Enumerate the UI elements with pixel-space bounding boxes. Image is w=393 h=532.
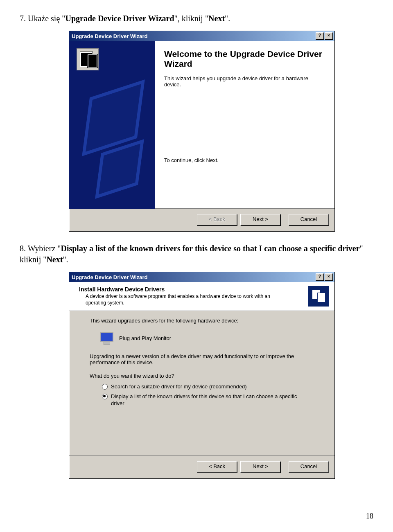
device-name: Plug and Play Monitor [119, 335, 171, 341]
wizard-2-line2: Upgrading to a newer version of a device… [90, 353, 322, 365]
wizard-continue-text: To continue, click Next. [164, 157, 325, 163]
cancel-button[interactable]: Cancel [289, 214, 329, 225]
wizard-2-question: What do you want the wizard to do? [90, 373, 322, 379]
titlebar-1: Upgrade Device Driver Wizard ? × [69, 31, 334, 41]
wizard-description: This wizard helps you upgrade a device d… [164, 75, 325, 88]
radio-1-label: Search for a suitable driver for my devi… [111, 383, 247, 390]
device-row: Plug and Play Monitor [99, 331, 322, 345]
button-row-1: < Back Next > Cancel [69, 209, 334, 231]
wizard-dialog-2: Upgrade Device Driver Wizard ? × Install… [69, 272, 335, 479]
next-button-2[interactable]: Next > [240, 461, 280, 473]
help-button[interactable]: ? [316, 32, 324, 40]
monitor-icon [99, 331, 113, 345]
close-button-2[interactable]: × [325, 273, 333, 281]
radio-2-label: Display a list of the known drivers for … [111, 393, 307, 407]
close-button[interactable]: × [325, 32, 333, 40]
instr8-suffix: ". [63, 255, 68, 264]
wizard-heading: Welcome to the Upgrade Device Driver Wiz… [164, 49, 325, 69]
wizard-2-line1: This wizard upgrades drivers for the fol… [90, 318, 322, 324]
instr8-bold2: Next [46, 255, 63, 264]
header-device-icon [308, 286, 329, 307]
titlebar-2: Upgrade Device Driver Wizard ? × [69, 272, 334, 282]
wizard-dialog-1: Upgrade Device Driver Wizard ? × Welcome… [69, 31, 335, 232]
back-button: < Back [197, 214, 237, 225]
wizard-2-header-title: Install Hardware Device Drivers [79, 286, 305, 293]
next-button[interactable]: Next > [240, 214, 280, 225]
help-button-2[interactable]: ? [316, 273, 324, 281]
instr7-suffix: ". [225, 14, 230, 23]
device-icon [77, 48, 99, 70]
instruction-8: 8. Wybierz "Display a list of the known … [20, 243, 373, 265]
radio-2[interactable] [102, 394, 108, 399]
radio-1[interactable] [102, 384, 108, 390]
instr8-prefix: 8. Wybierz " [20, 244, 61, 253]
instr7-bold: Upgrade Device Driver Wizard [65, 14, 174, 23]
button-row-2: < Back Next > Cancel [69, 456, 334, 478]
instr8-bold: Display a list of the known drivers for … [61, 244, 359, 253]
instr7-bold2: Next [208, 14, 225, 23]
cancel-button-2[interactable]: Cancel [289, 461, 329, 473]
instr7-prefix: 7. Ukaże się " [20, 14, 65, 23]
back-button-2[interactable]: < Back [197, 461, 237, 473]
wizard-2-header: Install Hardware Device Drivers A device… [69, 282, 334, 311]
radio-option-search[interactable]: Search for a suitable driver for my devi… [102, 383, 322, 390]
wizard-sidebar-graphic [69, 41, 155, 209]
wizard-2-header-sub: A device driver is a software program th… [86, 293, 282, 306]
instr7-mid: ", kliknij " [174, 14, 209, 23]
radio-option-display-list[interactable]: Display a list of the known drivers for … [102, 393, 322, 407]
page-number: 18 [366, 512, 373, 521]
titlebar-1-caption: Upgrade Device Driver Wizard [72, 33, 315, 39]
instruction-7: 7. Ukaże się "Upgrade Device Driver Wiza… [20, 13, 373, 24]
titlebar-2-caption: Upgrade Device Driver Wizard [72, 274, 315, 280]
